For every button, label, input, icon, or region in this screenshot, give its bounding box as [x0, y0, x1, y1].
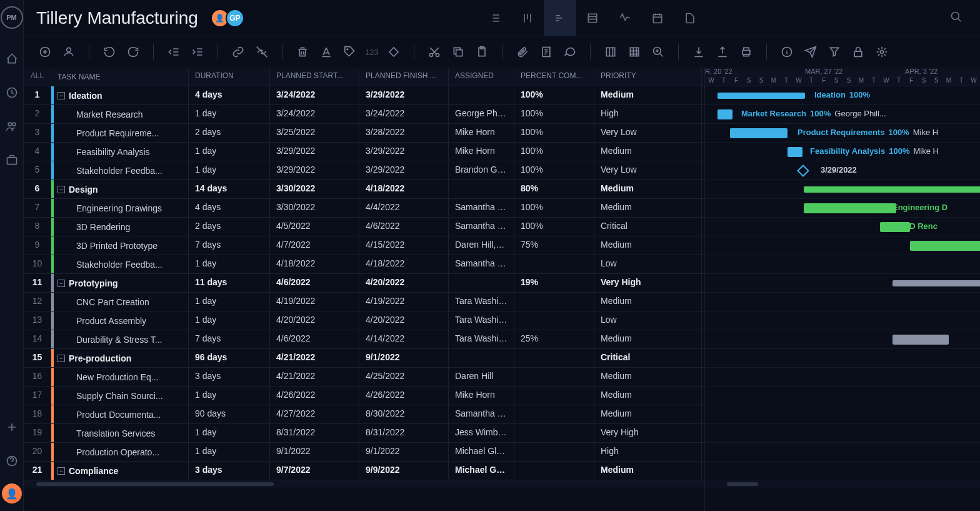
assigned-cell[interactable]: Samantha Cum [449, 218, 514, 236]
duration-cell[interactable]: 7 days [189, 236, 270, 255]
col-header-duration[interactable]: DURATION [189, 68, 270, 86]
gantt-milestone[interactable] [797, 164, 809, 177]
task-name-cell[interactable]: Product Documenta... [51, 405, 189, 423]
view-sheet-icon[interactable] [576, 0, 609, 36]
task-row[interactable]: 11 − Prototyping 11 days 4/6/2022 4/20/2… [24, 274, 704, 293]
collaborator-avatars[interactable]: 👤GP [211, 9, 241, 28]
assigned-cell[interactable]: Daren Hill,Geor [449, 236, 514, 255]
start-cell[interactable]: 3/24/2022 [270, 105, 359, 123]
percent-cell[interactable]: 100% [514, 86, 594, 104]
print-icon[interactable] [738, 43, 755, 61]
percent-cell[interactable]: 80% [514, 180, 594, 198]
percent-cell[interactable] [514, 387, 594, 405]
task-name-cell[interactable]: 3D Rendering [51, 218, 189, 236]
assigned-cell[interactable]: Daren Hill [449, 368, 514, 386]
duration-cell[interactable]: 96 days [189, 349, 270, 367]
task-row[interactable]: 16 New Production Eq... 3 days 4/21/2022… [24, 368, 704, 387]
gantt-row[interactable] [705, 462, 980, 480]
user-avatar[interactable]: 👤 [2, 483, 22, 503]
gantt-row[interactable] [705, 180, 980, 199]
text-format-icon[interactable] [318, 43, 335, 61]
gantt-bar[interactable] [892, 280, 980, 286]
gantt-bar[interactable] [718, 109, 732, 119]
gantt-row[interactable] [705, 236, 980, 255]
search-icon[interactable] [945, 6, 968, 30]
assigned-cell[interactable]: Samantha Cum [449, 199, 514, 217]
assigned-cell[interactable]: Tara Washingto [449, 293, 514, 311]
task-row[interactable]: 6 − Design 14 days 3/30/2022 4/18/2022 8… [24, 180, 704, 199]
assigned-cell[interactable] [449, 274, 514, 292]
assign-icon[interactable] [60, 43, 78, 61]
collapse-icon[interactable]: − [58, 355, 65, 362]
assigned-cell[interactable]: Mike Horn [449, 143, 514, 161]
priority-cell[interactable]: Medium [594, 180, 702, 198]
home-icon[interactable] [1, 48, 23, 70]
finish-cell[interactable]: 3/29/2022 [359, 161, 449, 180]
add-icon[interactable] [1, 416, 23, 438]
task-row[interactable]: 21 − Compliance 3 days 9/7/2022 9/9/2022… [24, 462, 704, 480]
start-cell[interactable]: 4/6/2022 [270, 274, 359, 292]
percent-cell[interactable]: 100% [514, 143, 594, 161]
view-board-icon[interactable] [511, 0, 544, 36]
col-header-percent[interactable]: PERCENT COM... [514, 68, 594, 86]
info-icon[interactable] [778, 43, 796, 61]
gantt-chart[interactable]: R, 20 '22MAR, 27 '22APR, 3 '22 WTFSSMTWT… [705, 68, 980, 511]
gantt-bar[interactable] [804, 186, 980, 193]
assigned-cell[interactable]: Mike Horn [449, 387, 514, 405]
start-cell[interactable]: 3/29/2022 [270, 143, 359, 161]
finish-cell[interactable]: 9/1/2022 [359, 443, 449, 461]
task-name-cell[interactable]: − Compliance [51, 462, 189, 480]
gantt-row[interactable] [705, 311, 980, 330]
priority-cell[interactable]: High [594, 105, 702, 123]
task-row[interactable]: 5 Stakeholder Feedba... 1 day 3/29/2022 … [24, 161, 704, 180]
duration-cell[interactable]: 1 day [189, 387, 270, 405]
delete-icon[interactable] [294, 43, 311, 61]
task-row[interactable]: 14 Durability & Stress T... 7 days 4/6/2… [24, 330, 704, 349]
task-row[interactable]: 18 Product Documenta... 90 days 4/27/202… [24, 405, 704, 424]
task-name-cell[interactable]: − Pre-production [51, 349, 189, 367]
percent-cell[interactable] [514, 424, 594, 442]
task-name-cell[interactable]: Durability & Stress T... [51, 330, 189, 348]
duration-cell[interactable]: 11 days [189, 274, 270, 292]
gantt-row[interactable] [705, 330, 980, 349]
finish-cell[interactable]: 4/19/2022 [359, 293, 449, 311]
assigned-cell[interactable]: Jess Wimberly [449, 424, 514, 442]
percent-cell[interactable] [514, 255, 594, 273]
task-name-cell[interactable]: Translation Services [51, 424, 189, 442]
gantt-row[interactable]: 3/29/2022 [705, 161, 980, 180]
percent-cell[interactable] [514, 443, 594, 461]
view-dashboard-icon[interactable] [609, 0, 641, 36]
recent-icon[interactable] [1, 81, 23, 104]
send-icon[interactable] [802, 43, 819, 61]
priority-cell[interactable]: Critical [594, 349, 702, 367]
percent-cell[interactable]: 100% [514, 105, 594, 123]
percent-cell[interactable]: 100% [514, 124, 594, 142]
assigned-cell[interactable]: Tara Washingto [449, 311, 514, 330]
duration-cell[interactable]: 1 day [189, 293, 270, 311]
gantt-row[interactable] [705, 443, 980, 462]
start-cell[interactable]: 3/30/2022 [270, 199, 359, 217]
notes-icon[interactable] [538, 43, 555, 61]
percent-cell[interactable]: 19% [514, 274, 594, 292]
priority-cell[interactable]: Medium [594, 86, 702, 104]
unlink-icon[interactable] [253, 43, 271, 61]
duration-cell[interactable]: 1 day [189, 255, 270, 273]
priority-cell[interactable]: Medium [594, 330, 702, 348]
help-icon[interactable] [1, 450, 23, 472]
view-files-icon[interactable] [674, 0, 706, 36]
percent-cell[interactable] [514, 405, 594, 423]
assigned-cell[interactable]: George Phillips [449, 105, 514, 123]
duration-cell[interactable]: 4 days [189, 199, 270, 217]
portfolio-icon[interactable] [1, 149, 23, 171]
add-task-icon[interactable] [36, 43, 54, 61]
gantt-row[interactable] [705, 405, 980, 424]
task-name-cell[interactable]: CNC Part Creation [51, 293, 189, 311]
link-icon[interactable] [229, 43, 247, 61]
tag-icon[interactable] [341, 43, 359, 61]
priority-cell[interactable]: Medium [594, 368, 702, 386]
view-list-icon[interactable] [479, 0, 511, 36]
assigned-cell[interactable] [449, 86, 514, 104]
collapse-icon[interactable]: − [58, 92, 65, 99]
task-name-cell[interactable]: − Prototyping [51, 274, 189, 292]
undo-icon[interactable] [101, 43, 118, 61]
